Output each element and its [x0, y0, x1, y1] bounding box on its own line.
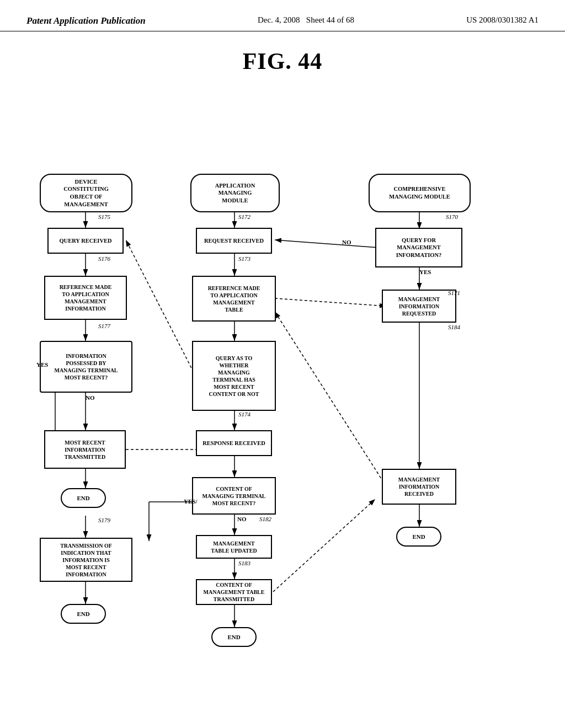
end1-box: END	[61, 488, 106, 508]
ref-app-mgmt-info-box: REFERENCE MADE TO APPLICATION MANAGEMENT…	[44, 276, 127, 320]
s183-label: S183	[238, 560, 250, 566]
info-most-recent-diamond: INFORMATION POSSESSED BY MANAGING TERMIN…	[40, 341, 132, 393]
s177-label: S177	[98, 323, 110, 329]
s184-label: S184	[448, 324, 460, 330]
page-header: Patent Application Publication Dec. 4, 2…	[0, 0, 565, 31]
svg-line-23	[126, 240, 196, 377]
s174-label: S174	[238, 411, 250, 417]
svg-line-30	[275, 312, 386, 486]
query-mgmt-info-box: QUERY FOR MANAGEMENT INFORMATION?	[375, 228, 462, 267]
mgmt-info-requested-box: MANAGEMENT INFORMATION REQUESTED	[382, 290, 456, 323]
flowchart-diagram: DEVICE CONSTITUTING OBJECT OF MANAGEMENT…	[0, 85, 565, 720]
end-right-box: END	[396, 527, 441, 547]
response-received-box: RESPONSE RECEIVED	[196, 430, 272, 456]
no1-label: NO	[342, 239, 351, 245]
transmission-indication-box: TRANSMISSION OF INDICATION THAT INFORMAT…	[40, 538, 132, 582]
app-managing-box: APPLICATION MANAGING MODULE	[190, 174, 280, 212]
comprehensive-box: COMPREHENSIVE MANAGING MODULE	[369, 174, 471, 212]
query-received-box: QUERY RECEIVED	[47, 228, 124, 254]
header-publication: Patent Application Publication	[26, 15, 146, 26]
s172-label: S172	[238, 213, 250, 220]
end4-box: END	[211, 627, 257, 647]
yes2-label: YES	[36, 361, 48, 368]
device-box: DEVICE CONSTITUTING OBJECT OF MANAGEMENT	[40, 174, 132, 212]
s179-label: S179	[98, 517, 110, 523]
header-patent-number: US 2008/0301382 A1	[466, 15, 539, 25]
no2-label: NO	[86, 394, 95, 401]
ref-app-mgmt-table-box: REFERENCE MADE TO APPLICATION MANAGEMENT…	[192, 276, 276, 322]
yes1-label: YES	[419, 269, 431, 275]
yes3-label: YES/	[184, 498, 197, 505]
no3-label: NO	[237, 516, 247, 522]
s175-label: S175	[98, 213, 110, 220]
s170-label: S170	[446, 213, 458, 220]
most-recent-transmitted-box: MOST RECENT INFORMATION TRANSMITTED	[44, 430, 126, 469]
end3-box: END	[61, 604, 106, 624]
s182-label: S182	[259, 516, 271, 522]
s173-label: S173	[238, 255, 250, 262]
svg-line-22	[273, 499, 375, 592]
svg-line-29	[275, 298, 386, 306]
header-date-sheet: Dec. 4, 2008 Sheet 44 of 68	[258, 15, 354, 25]
content-mgmt-table-box: CONTENT OF MANAGEMENT TABLE TRANSMITTED	[196, 579, 272, 605]
query-whether-box: QUERY AS TO WHETHER MANAGING TERMINAL HA…	[192, 341, 276, 411]
figure-title: FIG. 44	[0, 48, 565, 74]
s171-label: S171	[448, 290, 460, 296]
mgmt-table-updated-box: MANAGEMENT TABLE UPDATED	[196, 535, 272, 559]
mgmt-info-received-box: MANAGEMENT INFORMATION RECEIVED	[382, 469, 456, 505]
request-received-box: REQUEST RECEIVED	[196, 228, 272, 254]
content-most-recent-box: CONTENT OF MANAGING TERMINAL MOST RECENT…	[192, 477, 276, 515]
svg-line-28	[275, 240, 386, 248]
s176-label: S176	[98, 255, 110, 262]
